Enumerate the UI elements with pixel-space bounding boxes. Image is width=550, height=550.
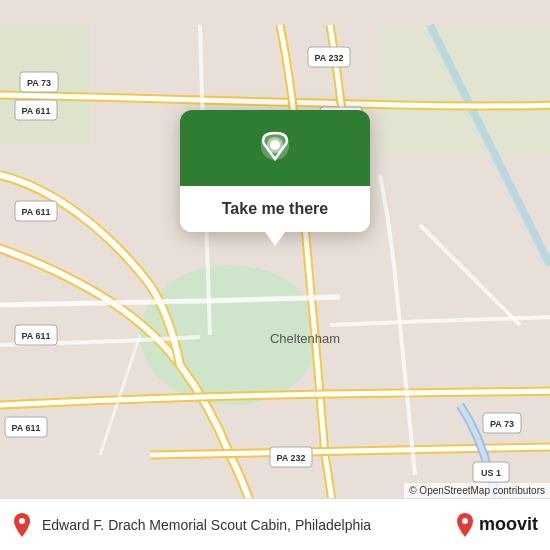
map-svg: PA 611 PA 611 PA 611 PA 611 PA 73 PA 73 … <box>0 0 550 550</box>
popup-green-header <box>180 110 370 186</box>
location-name: Edward F. Drach Memorial Scout Cabin, Ph… <box>42 517 445 533</box>
bottom-bar: Edward F. Drach Memorial Scout Cabin, Ph… <box>0 498 550 550</box>
popup-card: Take me there <box>180 110 370 232</box>
svg-text:PA 73: PA 73 <box>490 419 514 429</box>
svg-point-27 <box>270 140 280 150</box>
svg-text:US 1: US 1 <box>481 468 501 478</box>
svg-point-29 <box>462 518 468 524</box>
bottom-pin-icon <box>12 513 32 537</box>
svg-text:PA 611: PA 611 <box>21 331 50 341</box>
moovit-pin-icon <box>455 513 475 537</box>
moovit-logo: moovit <box>455 513 538 537</box>
svg-text:Cheltenham: Cheltenham <box>270 331 340 346</box>
location-pin-icon <box>253 128 297 172</box>
moovit-logo-text: moovit <box>479 514 538 535</box>
popup-tail <box>265 232 285 246</box>
svg-text:PA 611: PA 611 <box>21 207 50 217</box>
svg-text:PA 232: PA 232 <box>276 453 305 463</box>
svg-text:PA 611: PA 611 <box>21 106 50 116</box>
svg-text:PA 73: PA 73 <box>27 78 51 88</box>
svg-point-28 <box>19 518 25 524</box>
take-me-there-button[interactable]: Take me there <box>180 186 370 232</box>
map-container: PA 611 PA 611 PA 611 PA 611 PA 73 PA 73 … <box>0 0 550 550</box>
osm-text: © OpenStreetMap contributors <box>409 485 545 496</box>
osm-attribution: © OpenStreetMap contributors <box>404 483 550 498</box>
svg-text:PA 611: PA 611 <box>11 423 40 433</box>
svg-text:PA 232: PA 232 <box>314 53 343 63</box>
